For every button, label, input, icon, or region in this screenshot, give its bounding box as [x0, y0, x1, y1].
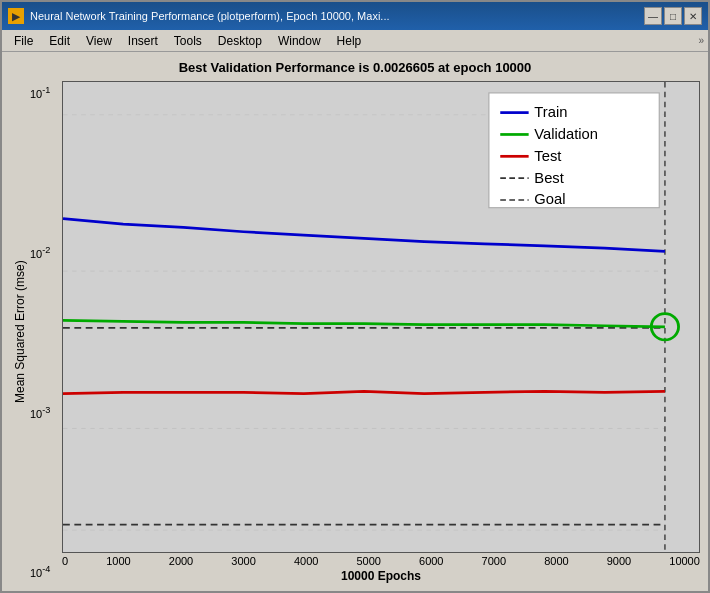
menu-help[interactable]: Help	[329, 32, 370, 50]
y-tick-4: 10-4	[30, 564, 60, 579]
minimize-button[interactable]: —	[644, 7, 662, 25]
chart-title: Best Validation Performance is 0.0026605…	[10, 60, 700, 75]
svg-rect-9	[489, 93, 659, 208]
close-button[interactable]: ✕	[684, 7, 702, 25]
menu-file[interactable]: File	[6, 32, 41, 50]
x-tick-3000: 3000	[231, 555, 255, 567]
menu-insert[interactable]: Insert	[120, 32, 166, 50]
x-tick-9000: 9000	[607, 555, 631, 567]
y-axis-label: Mean Squared Error (mse)	[10, 81, 30, 583]
menu-window[interactable]: Window	[270, 32, 329, 50]
x-tick-2000: 2000	[169, 555, 193, 567]
y-tick-3: 10-3	[30, 405, 60, 420]
maximize-button[interactable]: □	[664, 7, 682, 25]
menu-bar: File Edit View Insert Tools Desktop Wind…	[2, 30, 708, 52]
svg-text:Train: Train	[534, 104, 567, 120]
chart-plot-area: Train Validation Test Best Goal	[62, 81, 700, 553]
x-tick-5000: 5000	[356, 555, 380, 567]
app-icon: ▶	[8, 8, 24, 24]
x-tick-4000: 4000	[294, 555, 318, 567]
menu-tools[interactable]: Tools	[166, 32, 210, 50]
menu-desktop[interactable]: Desktop	[210, 32, 270, 50]
main-window: ▶ Neural Network Training Performance (p…	[0, 0, 710, 593]
x-tick-labels: 0 1000 2000 3000 4000 5000 6000 7000 800…	[62, 555, 700, 567]
window-title: Neural Network Training Performance (plo…	[30, 10, 644, 22]
menu-arrow: »	[698, 35, 704, 46]
x-tick-8000: 8000	[544, 555, 568, 567]
x-tick-10000: 10000	[669, 555, 700, 567]
x-tick-1000: 1000	[106, 555, 130, 567]
title-bar: ▶ Neural Network Training Performance (p…	[2, 2, 708, 30]
svg-text:Goal: Goal	[534, 192, 565, 208]
menu-edit[interactable]: Edit	[41, 32, 78, 50]
y-tick-labels: 10-1 10-2 10-3 10-4	[30, 81, 62, 583]
menu-view[interactable]: View	[78, 32, 120, 50]
x-axis-label: 10000 Epochs	[341, 569, 421, 583]
y-tick-1: 10-1	[30, 85, 60, 100]
x-tick-0: 0	[62, 555, 68, 567]
svg-text:Best: Best	[534, 170, 564, 186]
svg-text:Test: Test	[534, 148, 561, 164]
chart-svg: Train Validation Test Best Goal	[63, 82, 699, 552]
x-tick-7000: 7000	[482, 555, 506, 567]
svg-text:Validation: Validation	[534, 126, 598, 142]
y-tick-2: 10-2	[30, 245, 60, 260]
chart-area: Mean Squared Error (mse) 10-1 10-2 10-3 …	[10, 81, 700, 583]
window-controls: — □ ✕	[644, 7, 702, 25]
x-tick-6000: 6000	[419, 555, 443, 567]
chart-container: Best Validation Performance is 0.0026605…	[2, 52, 708, 591]
chart-inner: Train Validation Test Best Goal	[62, 81, 700, 583]
x-axis-area: 0 1000 2000 3000 4000 5000 6000 7000 800…	[62, 553, 700, 583]
